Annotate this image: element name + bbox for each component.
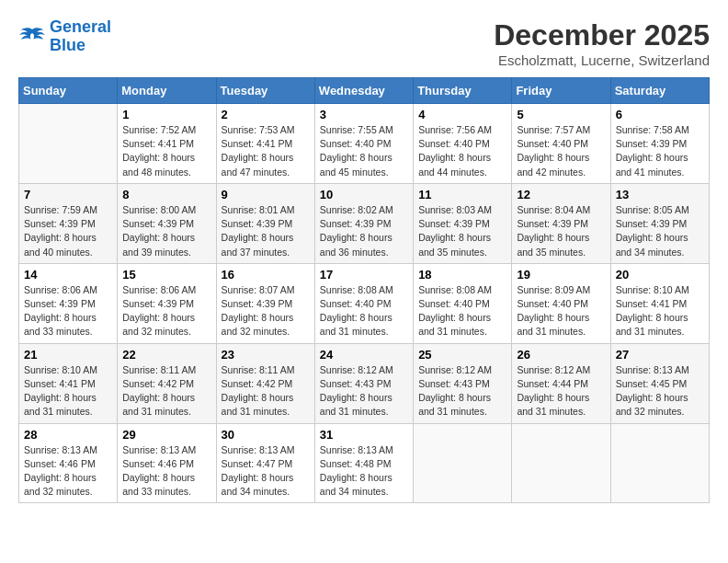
day-number-22: 22 — [122, 348, 210, 362]
day-number-31: 31 — [320, 428, 408, 442]
day-info-24: Sunrise: 8:12 AMSunset: 4:43 PMDaylight:… — [320, 363, 408, 419]
day-cell-2: 2Sunrise: 7:53 AMSunset: 4:41 PMDaylight… — [216, 104, 314, 184]
day-cell-10: 10Sunrise: 8:02 AMSunset: 4:39 PMDayligh… — [314, 183, 413, 263]
day-cell-30: 30Sunrise: 8:13 AMSunset: 4:47 PMDayligh… — [216, 423, 314, 503]
day-number-24: 24 — [320, 348, 408, 362]
empty-cell — [512, 423, 610, 503]
day-number-9: 9 — [222, 188, 310, 201]
day-number-7: 7 — [24, 188, 112, 201]
month-title: December 2025 — [494, 18, 710, 52]
day-info-8: Sunrise: 8:00 AMSunset: 4:39 PMDaylight:… — [122, 203, 210, 259]
day-number-2: 2 — [222, 108, 310, 121]
week-row-5: 28Sunrise: 8:13 AMSunset: 4:46 PMDayligh… — [19, 423, 710, 503]
day-number-10: 10 — [320, 188, 408, 201]
day-cell-25: 25Sunrise: 8:12 AMSunset: 4:43 PMDayligh… — [414, 343, 512, 423]
day-cell-5: 5Sunrise: 7:57 AMSunset: 4:40 PMDaylight… — [512, 104, 610, 184]
day-number-25: 25 — [418, 348, 506, 362]
day-info-27: Sunrise: 8:13 AMSunset: 4:45 PMDaylight:… — [616, 363, 704, 419]
logo: General Blue — [18, 18, 111, 55]
day-cell-6: 6Sunrise: 7:58 AMSunset: 4:39 PMDaylight… — [610, 104, 709, 184]
calendar-table: SundayMondayTuesdayWednesdayThursdayFrid… — [18, 77, 710, 503]
day-number-21: 21 — [24, 348, 112, 362]
day-cell-20: 20Sunrise: 8:10 AMSunset: 4:41 PMDayligh… — [610, 263, 709, 343]
day-number-18: 18 — [418, 268, 506, 282]
day-number-13: 13 — [616, 188, 704, 201]
day-cell-11: 11Sunrise: 8:03 AMSunset: 4:39 PMDayligh… — [414, 183, 512, 263]
day-info-20: Sunrise: 8:10 AMSunset: 4:41 PMDaylight:… — [616, 283, 704, 339]
header-thursday: Thursday — [414, 78, 512, 104]
logo-icon — [18, 26, 46, 48]
day-info-7: Sunrise: 7:59 AMSunset: 4:39 PMDaylight:… — [24, 203, 112, 259]
day-info-16: Sunrise: 8:07 AMSunset: 4:39 PMDaylight:… — [222, 283, 310, 339]
location-title: Escholzmatt, Lucerne, Switzerland — [494, 52, 710, 68]
day-cell-12: 12Sunrise: 8:04 AMSunset: 4:39 PMDayligh… — [512, 183, 610, 263]
day-info-17: Sunrise: 8:08 AMSunset: 4:40 PMDaylight:… — [320, 283, 408, 339]
day-number-26: 26 — [517, 348, 605, 362]
day-info-21: Sunrise: 8:10 AMSunset: 4:41 PMDaylight:… — [24, 363, 112, 419]
day-info-28: Sunrise: 8:13 AMSunset: 4:46 PMDaylight:… — [24, 443, 112, 500]
day-cell-7: 7Sunrise: 7:59 AMSunset: 4:39 PMDaylight… — [19, 183, 118, 263]
empty-cell — [610, 423, 709, 503]
day-cell-4: 4Sunrise: 7:56 AMSunset: 4:40 PMDaylight… — [414, 104, 512, 184]
day-number-29: 29 — [122, 428, 210, 442]
empty-cell — [19, 104, 118, 184]
day-info-2: Sunrise: 7:53 AMSunset: 4:41 PMDaylight:… — [222, 123, 310, 179]
day-info-26: Sunrise: 8:12 AMSunset: 4:44 PMDaylight:… — [517, 363, 605, 419]
day-cell-13: 13Sunrise: 8:05 AMSunset: 4:39 PMDayligh… — [610, 183, 709, 263]
week-row-1: 1Sunrise: 7:52 AMSunset: 4:41 PMDaylight… — [19, 104, 710, 184]
day-cell-15: 15Sunrise: 8:06 AMSunset: 4:39 PMDayligh… — [118, 263, 216, 343]
header-saturday: Saturday — [610, 78, 709, 104]
day-cell-21: 21Sunrise: 8:10 AMSunset: 4:41 PMDayligh… — [19, 343, 118, 423]
day-cell-26: 26Sunrise: 8:12 AMSunset: 4:44 PMDayligh… — [512, 343, 610, 423]
day-cell-8: 8Sunrise: 8:00 AMSunset: 4:39 PMDaylight… — [118, 183, 216, 263]
day-number-5: 5 — [517, 108, 605, 121]
day-info-11: Sunrise: 8:03 AMSunset: 4:39 PMDaylight:… — [418, 203, 506, 259]
day-info-18: Sunrise: 8:08 AMSunset: 4:40 PMDaylight:… — [418, 283, 506, 339]
day-cell-19: 19Sunrise: 8:09 AMSunset: 4:40 PMDayligh… — [512, 263, 610, 343]
day-cell-23: 23Sunrise: 8:11 AMSunset: 4:42 PMDayligh… — [216, 343, 314, 423]
header-wednesday: Wednesday — [314, 78, 413, 104]
day-number-16: 16 — [222, 268, 310, 282]
day-info-15: Sunrise: 8:06 AMSunset: 4:39 PMDaylight:… — [122, 283, 210, 339]
day-number-20: 20 — [616, 268, 704, 282]
day-number-4: 4 — [418, 108, 506, 121]
day-number-28: 28 — [24, 428, 112, 442]
day-info-4: Sunrise: 7:56 AMSunset: 4:40 PMDaylight:… — [418, 123, 506, 179]
header-friday: Friday — [512, 78, 610, 104]
day-info-14: Sunrise: 8:06 AMSunset: 4:39 PMDaylight:… — [24, 283, 112, 339]
day-info-6: Sunrise: 7:58 AMSunset: 4:39 PMDaylight:… — [616, 123, 704, 179]
day-cell-27: 27Sunrise: 8:13 AMSunset: 4:45 PMDayligh… — [610, 343, 709, 423]
day-info-23: Sunrise: 8:11 AMSunset: 4:42 PMDaylight:… — [222, 363, 310, 419]
day-info-12: Sunrise: 8:04 AMSunset: 4:39 PMDaylight:… — [517, 203, 605, 259]
day-cell-16: 16Sunrise: 8:07 AMSunset: 4:39 PMDayligh… — [216, 263, 314, 343]
day-info-29: Sunrise: 8:13 AMSunset: 4:46 PMDaylight:… — [122, 443, 210, 500]
day-cell-9: 9Sunrise: 8:01 AMSunset: 4:39 PMDaylight… — [216, 183, 314, 263]
day-cell-28: 28Sunrise: 8:13 AMSunset: 4:46 PMDayligh… — [19, 423, 118, 503]
day-number-3: 3 — [320, 108, 408, 121]
day-cell-24: 24Sunrise: 8:12 AMSunset: 4:43 PMDayligh… — [314, 343, 413, 423]
day-info-19: Sunrise: 8:09 AMSunset: 4:40 PMDaylight:… — [517, 283, 605, 339]
day-info-9: Sunrise: 8:01 AMSunset: 4:39 PMDaylight:… — [222, 203, 310, 259]
day-info-22: Sunrise: 8:11 AMSunset: 4:42 PMDaylight:… — [122, 363, 210, 419]
day-number-1: 1 — [122, 108, 210, 121]
logo-text: General Blue — [50, 18, 111, 55]
day-cell-17: 17Sunrise: 8:08 AMSunset: 4:40 PMDayligh… — [314, 263, 413, 343]
day-number-27: 27 — [616, 348, 704, 362]
day-cell-31: 31Sunrise: 8:13 AMSunset: 4:48 PMDayligh… — [314, 423, 413, 503]
day-number-19: 19 — [517, 268, 605, 282]
day-info-13: Sunrise: 8:05 AMSunset: 4:39 PMDaylight:… — [616, 203, 704, 259]
day-info-30: Sunrise: 8:13 AMSunset: 4:47 PMDaylight:… — [222, 443, 310, 500]
day-number-23: 23 — [222, 348, 310, 362]
day-number-15: 15 — [122, 268, 210, 282]
header-row: SundayMondayTuesdayWednesdayThursdayFrid… — [19, 78, 710, 104]
empty-cell — [414, 423, 512, 503]
day-number-8: 8 — [122, 188, 210, 201]
day-cell-18: 18Sunrise: 8:08 AMSunset: 4:40 PMDayligh… — [414, 263, 512, 343]
day-cell-22: 22Sunrise: 8:11 AMSunset: 4:42 PMDayligh… — [118, 343, 216, 423]
day-number-14: 14 — [24, 268, 112, 282]
week-row-3: 14Sunrise: 8:06 AMSunset: 4:39 PMDayligh… — [19, 263, 710, 343]
header-tuesday: Tuesday — [216, 78, 314, 104]
day-cell-29: 29Sunrise: 8:13 AMSunset: 4:46 PMDayligh… — [118, 423, 216, 503]
day-info-3: Sunrise: 7:55 AMSunset: 4:40 PMDaylight:… — [320, 123, 408, 179]
day-info-25: Sunrise: 8:12 AMSunset: 4:43 PMDaylight:… — [418, 363, 506, 419]
